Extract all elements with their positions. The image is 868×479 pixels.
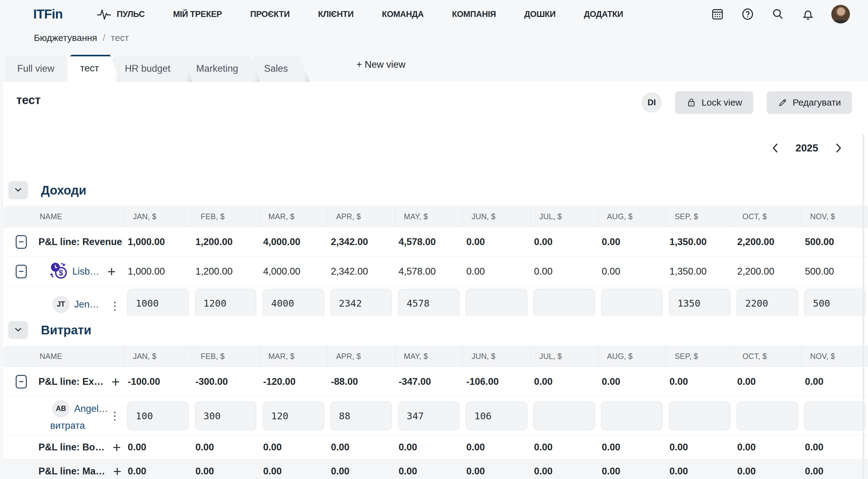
- add-item-button[interactable]: +: [112, 375, 120, 389]
- month-amount-input[interactable]: [737, 401, 798, 430]
- budget-item-link[interactable]: витрата: [50, 420, 108, 431]
- month-value-cell: -347.00: [395, 376, 463, 387]
- nav-item-7[interactable]: ДОШКИ: [524, 9, 556, 19]
- table-row: $Lisb…+1,000.001,200.004,000.002,342.004…: [3, 257, 868, 286]
- month-amount-input[interactable]: [127, 289, 189, 316]
- month-amount-input[interactable]: [466, 289, 527, 316]
- budget-line-link[interactable]: Lisb…: [72, 266, 99, 277]
- section-collapse-button[interactable]: [8, 321, 28, 339]
- budget-item-link[interactable]: ревенью: [50, 316, 99, 316]
- edit-button[interactable]: Редагувати: [767, 91, 852, 114]
- month-input-cell: [259, 289, 327, 316]
- month-amount-input[interactable]: [127, 401, 189, 430]
- month-amount-input[interactable]: [601, 289, 663, 316]
- month-value-cell: 0.00: [327, 442, 395, 453]
- month-amount-input[interactable]: [466, 401, 527, 430]
- month-amount-input[interactable]: [330, 289, 392, 316]
- month-amount-input[interactable]: [330, 401, 392, 430]
- vertical-scrollbar[interactable]: [863, 133, 864, 479]
- section-collapse-button[interactable]: [8, 181, 28, 199]
- table-header-row: NAMEJAN, $FEB, $MAR, $APR, $MAY, $JUN, $…: [3, 346, 868, 367]
- kebab-menu-icon[interactable]: ⋮: [109, 300, 120, 312]
- tab-hr-budget[interactable]: HR budget: [112, 55, 192, 82]
- month-amount-input[interactable]: [533, 289, 595, 316]
- calendar-apps-icon[interactable]: [710, 7, 724, 21]
- month-value-cell: 0.00: [734, 442, 801, 453]
- month-amount-input[interactable]: [669, 289, 731, 316]
- person-initials-badge: JT: [53, 296, 69, 313]
- nav-item-label: ДОШКИ: [524, 9, 556, 19]
- month-amount-input[interactable]: [804, 401, 866, 430]
- month-amount-input[interactable]: [737, 289, 798, 316]
- breadcrumb: Бюджетування / тест: [0, 28, 868, 43]
- nav-item-4[interactable]: КЛІЄНТИ: [318, 9, 353, 19]
- person-name-link[interactable]: Angel…: [74, 403, 108, 414]
- breadcrumb-parent[interactable]: Бюджетування: [34, 33, 97, 43]
- tab-sales[interactable]: Sales: [251, 55, 310, 82]
- app-logo[interactable]: ITFin: [33, 7, 62, 22]
- year-next-icon[interactable]: [835, 143, 842, 153]
- name-cell: P&L line: Ma…+: [3, 459, 124, 479]
- collapse-row-icon[interactable]: [16, 375, 27, 389]
- month-value-cell: -120.00: [259, 376, 327, 387]
- month-value-cell: 0.00: [124, 466, 192, 477]
- month-value-cell: 4,000.00: [259, 236, 327, 247]
- pencil-icon: [778, 97, 788, 108]
- add-item-button[interactable]: +: [113, 440, 121, 454]
- month-amount-input[interactable]: [669, 401, 731, 430]
- content-card: тест DI Lock view: [2, 81, 868, 479]
- month-input-cell: [327, 289, 395, 316]
- month-value-cell: 0.00: [666, 466, 734, 477]
- month-input-cell: [395, 289, 463, 316]
- kebab-menu-icon[interactable]: ⋮: [109, 410, 120, 422]
- month-value-cell: 4,578.00: [395, 266, 463, 277]
- month-value-cell: 0.00: [259, 466, 327, 477]
- view-title: тест: [16, 94, 41, 107]
- table-row: P&L line: Bo…+0.000.000.000.000.000.000.…: [3, 435, 868, 459]
- user-avatar[interactable]: [831, 5, 850, 24]
- lock-view-button[interactable]: Lock view: [675, 91, 753, 114]
- month-value-cell: -106.00: [463, 376, 530, 387]
- help-icon[interactable]: [741, 7, 755, 21]
- month-amount-input[interactable]: [804, 289, 866, 316]
- tab-edge: [299, 55, 310, 82]
- month-amount-input[interactable]: [398, 401, 460, 430]
- nav-item-5[interactable]: КОМАНДА: [382, 9, 424, 19]
- collapse-row-icon[interactable]: [16, 265, 27, 278]
- tab-marketing[interactable]: Marketing: [183, 55, 260, 82]
- add-item-button[interactable]: +: [113, 464, 121, 478]
- collapse-row-icon[interactable]: [16, 235, 27, 249]
- month-value-cell: 1,350.00: [666, 266, 734, 277]
- month-amount-input[interactable]: [601, 401, 663, 430]
- name-cell: ABAngel…витрата⋮: [3, 396, 124, 435]
- month-amount-input[interactable]: [195, 289, 256, 316]
- collaborator-avatar[interactable]: DI: [642, 93, 661, 112]
- column-header-month: MAR, $: [259, 206, 327, 227]
- new-view-button[interactable]: + New view: [356, 59, 405, 70]
- tab-full-view[interactable]: Full view: [4, 55, 76, 82]
- search-icon[interactable]: [771, 7, 785, 21]
- column-header-month: AUG, $: [598, 346, 666, 367]
- nav-item-1[interactable]: ПУЛЬС: [96, 8, 145, 21]
- month-amount-input[interactable]: [262, 401, 324, 430]
- month-amount-input[interactable]: [262, 289, 324, 316]
- month-amount-input[interactable]: [195, 401, 256, 430]
- column-header-month: JAN, $: [124, 206, 192, 227]
- year-prev-icon[interactable]: [772, 143, 778, 153]
- month-value-cell: 4,578.00: [395, 236, 463, 247]
- month-amount-input[interactable]: [533, 401, 595, 430]
- nav-item-2[interactable]: МІЙ ТРЕКЕР: [173, 9, 222, 19]
- month-value-cell: 4,000.00: [259, 266, 327, 277]
- column-header-month: JAN, $: [124, 346, 192, 367]
- notifications-bell-icon[interactable]: [801, 7, 815, 21]
- month-value-cell: 1,000.00: [124, 266, 192, 277]
- nav-item-6[interactable]: КОМПАНІЯ: [452, 9, 496, 19]
- person-name-link[interactable]: Jen…: [74, 299, 99, 310]
- month-amount-input[interactable]: [398, 289, 460, 316]
- nav-item-8[interactable]: ДОДАТКИ: [584, 9, 623, 19]
- person-label: ABAngel…витрата: [53, 400, 108, 431]
- nav-item-3[interactable]: ПРОЄКТИ: [250, 9, 290, 19]
- name-cell: $Lisb…+: [3, 257, 124, 286]
- add-item-button[interactable]: +: [107, 264, 116, 278]
- month-input-cell: [463, 289, 530, 316]
